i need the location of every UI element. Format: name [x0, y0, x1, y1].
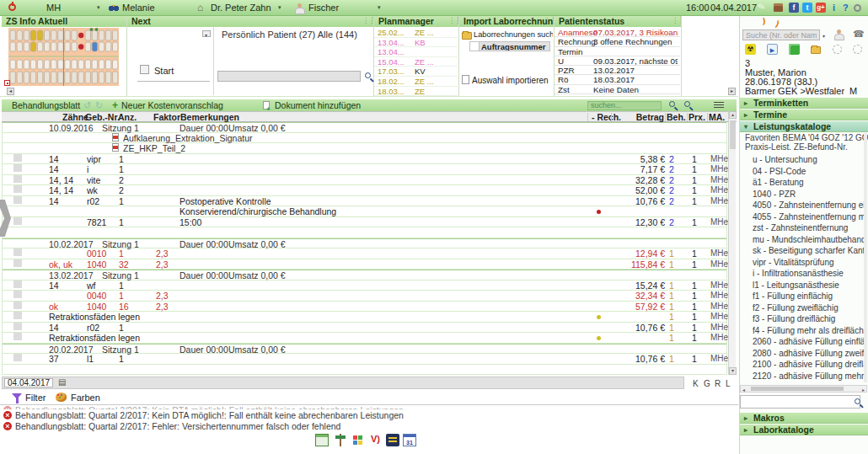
gear-icon[interactable]: [854, 4, 861, 12]
drag-handle-icon[interactable]: ⋮⋮: [362, 17, 374, 24]
treatment-row-svc[interactable]: 14, 14vite232,28 €21MHen: [3, 175, 726, 186]
catalog-item[interactable]: 2060 - adhäsive Füllung einflächig: [753, 337, 865, 346]
catalog-item[interactable]: f2 - Füllung zweiflächig: [753, 303, 865, 312]
search-icon[interactable]: [669, 101, 675, 107]
chevron-down-icon[interactable]: ▾: [97, 4, 100, 11]
scroll-left-icon[interactable]: ◂: [742, 387, 745, 393]
row-checkbox[interactable]: [13, 291, 22, 298]
practice-selector[interactable]: MH: [46, 3, 61, 13]
hscrollbar-thumb[interactable]: [751, 387, 844, 391]
undo-icon[interactable]: ↺: [83, 99, 91, 111]
signpost-icon[interactable]: [334, 434, 347, 446]
treatment-row-svc[interactable]: 14vipr15,38 €21MHen: [3, 154, 726, 165]
sidebar-section-termine[interactable]: ▸Termine: [740, 109, 868, 120]
row-checkbox[interactable]: [13, 217, 22, 225]
filter-button[interactable]: Filter: [25, 393, 46, 403]
catalog-item[interactable]: 4055 - Zahnsteinentfernung mehrwu: [753, 212, 865, 222]
colors-button[interactable]: Farben: [71, 393, 100, 403]
plan-row[interactable]: 18.03...ZE: [374, 87, 458, 97]
next-dropdown-button[interactable]: ▾: [202, 30, 211, 37]
dental-chart[interactable]: [8, 28, 119, 86]
chevron-down-icon[interactable]: ▾: [822, 33, 825, 39]
catalog-search-input[interactable]: [740, 395, 860, 409]
column-header[interactable]: Faktor: [153, 112, 180, 122]
panels-scroll-left-button[interactable]: ◂: [7, 88, 14, 95]
catalog-item[interactable]: f1 - Füllung einflächig: [753, 291, 865, 301]
phone-icon[interactable]: ☎: [853, 29, 865, 40]
document-name[interactable]: ZE_HKP_Teil_2: [123, 143, 185, 153]
plan-row[interactable]: 17.03...KV: [374, 67, 458, 77]
add-document-button[interactable]: Dokument hinzufügen: [275, 99, 361, 111]
document-name[interactable]: Aufklaerung_Extraktion_Signatur: [123, 133, 253, 143]
row-checkbox[interactable]: [13, 196, 22, 204]
catalog-item[interactable]: 1040 - PZR: [753, 190, 865, 199]
catalog-item[interactable]: ä1 - Beratung: [753, 178, 865, 187]
patient-person-icon[interactable]: [834, 29, 843, 39]
row-checkbox[interactable]: [13, 280, 22, 288]
panels-scroll-right-button[interactable]: ▸: [728, 88, 736, 95]
catalog-item[interactable]: 2080 - adhäsive Füllung zweiflächig: [753, 349, 865, 358]
catalog-item[interactable]: vipr - Vitalitätsprüfung: [753, 258, 865, 267]
row-checkbox[interactable]: [13, 354, 22, 361]
help-icon[interactable]: ?: [843, 3, 849, 13]
redo-icon[interactable]: ↻: [95, 99, 103, 111]
journal-icon[interactable]: [315, 434, 329, 446]
catalog-item[interactable]: 2100 - adhäsive Füllung dreiflächig: [753, 360, 865, 369]
search-icon[interactable]: [855, 398, 860, 404]
catalog-item[interactable]: mu - Mundschleimhautbehandlung: [753, 235, 865, 244]
column-header[interactable]: Anz.: [118, 112, 137, 122]
treatment-row-doc[interactable]: ZE_HKP_Teil_2: [3, 143, 726, 154]
catalog-item[interactable]: 4050 - Zahnsteinentfernung einwurze: [753, 200, 865, 210]
next-search-input[interactable]: [217, 71, 361, 82]
treatment-row-svc[interactable]: ok1040162,357,92 €11MHen: [3, 302, 726, 312]
scroll-down-icon[interactable]: ▾: [729, 367, 737, 375]
sidebar-section-makros[interactable]: ▸Makros: [740, 413, 868, 424]
sidebar-section-leistungskataloge[interactable]: ▾Leistungskataloge: [740, 121, 868, 132]
treatment-row-svc[interactable]: 004012,332,34 €11MHen: [3, 291, 726, 302]
treatment-row-svc[interactable]: 14, 14wk252,00 €21MHen: [3, 185, 726, 196]
treatment-row-note[interactable]: Retraktionsfäden legen11MHen: [3, 312, 726, 323]
chevron-down-icon[interactable]: ▾: [278, 4, 281, 11]
info-icon[interactable]: i: [833, 3, 835, 13]
patient-search-input[interactable]: [742, 29, 820, 40]
column-header[interactable]: Betrag: [613, 112, 664, 122]
catalog-tabs-line1[interactable]: Favoriten BEMA '04 GOZ '12 GOÄ: [745, 133, 868, 142]
power-icon[interactable]: [8, 3, 16, 11]
scroll-right-icon[interactable]: ▸: [862, 387, 865, 393]
column-header[interactable]: Beh.: [667, 112, 686, 122]
column-header[interactable]: MA.: [709, 112, 725, 122]
column-header[interactable]: Geb.-Nr.: [85, 112, 120, 122]
row-checkbox[interactable]: [13, 312, 22, 319]
plan-row[interactable]: 15.04...ZE ...: [374, 57, 458, 67]
treatment-row-doc[interactable]: Aufklaerung_Extraktion_Signatur: [3, 133, 726, 144]
treatment-search-input[interactable]: [587, 101, 662, 110]
assistant-selector[interactable]: Fischer: [308, 3, 339, 13]
treatment-scrollbar[interactable]: ▴ ▾: [728, 111, 736, 375]
treatment-row-svc[interactable]: 001012,312,94 €11MHen: [3, 248, 726, 259]
stamp-icon[interactable]: [774, 3, 783, 12]
treatment-row-session[interactable]: 10.09.2016Sitzung 1Dauer 00:00Umsatz 0,0…: [3, 122, 726, 133]
treatment-row-note[interactable]: Konservierend/chirurgische Behandlung: [3, 206, 726, 217]
patient-folder-icon[interactable]: [811, 46, 821, 54]
treatment-row-svc[interactable]: 14r02110,76 €11MHen: [3, 323, 726, 334]
row-checkbox[interactable]: [13, 323, 22, 330]
treatment-row-session[interactable]: 13.02.2017Sitzung 1Dauer 00:00Umsatz 0,0…: [3, 270, 726, 280]
plan-row[interactable]: 13.04...KB: [374, 38, 458, 48]
row-checkbox[interactable]: [13, 185, 22, 193]
catalog-item[interactable]: sk - Beseitigung scharfer Kanten: [753, 246, 865, 255]
row-checkbox[interactable]: [13, 248, 22, 256]
start-checkbox[interactable]: [140, 65, 149, 74]
plan-row[interactable]: 13.04...: [374, 47, 458, 57]
sidebar-hscrollbar[interactable]: ◂ ▸: [740, 385, 867, 393]
catalog-tabs-line2[interactable]: Praxis-Leist. ZE-Befund-Nr.: [745, 142, 848, 152]
labor-search-link[interactable]: Laborrechnungen suchen ...: [474, 30, 553, 39]
badge-icon[interactable]: [386, 434, 399, 446]
filter-letter-g[interactable]: G: [704, 379, 710, 388]
folder-open-icon[interactable]: [462, 32, 472, 40]
row-checkbox[interactable]: [13, 175, 22, 183]
treatment-row-svc[interactable]: 14wf115,24 €11MHen: [3, 280, 726, 291]
treatment-row-session[interactable]: 10.02.2017Sitzung 1Dauer 00:00Umsatz 0,0…: [3, 238, 726, 249]
treatment-row-svc[interactable]: 14i17,17 €21MHen: [3, 164, 726, 175]
scrollbar-thumb[interactable]: [730, 120, 736, 149]
filter-letter-l[interactable]: L: [726, 379, 731, 388]
